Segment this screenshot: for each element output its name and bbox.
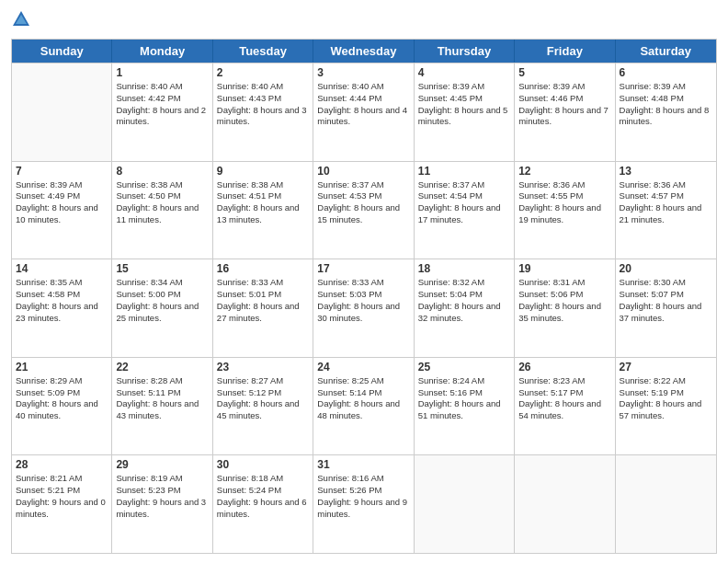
calendar-cell: 6Sunrise: 8:39 AMSunset: 4:48 PMDaylight… [616,63,716,161]
calendar-cell: 8Sunrise: 8:38 AMSunset: 4:50 PMDaylight… [112,162,212,259]
sunset-text: Sunset: 4:49 PM [16,190,108,202]
day-number: 11 [418,165,510,178]
daylight-text: Daylight: 8 hours and 15 minutes. [317,202,409,226]
daylight-text: Daylight: 9 hours and 6 minutes. [217,497,309,521]
sunrise-text: Sunrise: 8:33 AM [317,277,409,289]
sunset-text: Sunset: 5:24 PM [217,485,309,497]
logo-icon [11,9,31,33]
sunset-text: Sunset: 4:45 PM [418,93,510,105]
sunrise-text: Sunrise: 8:40 AM [116,81,208,93]
sunrise-text: Sunrise: 8:25 AM [317,375,409,387]
daylight-text: Daylight: 8 hours and 2 minutes. [116,105,208,129]
day-number: 20 [620,262,712,275]
sunset-text: Sunset: 5:21 PM [16,485,108,497]
day-number: 29 [116,458,208,471]
calendar-cell: 17Sunrise: 8:33 AMSunset: 5:03 PMDayligh… [313,259,414,357]
sunset-text: Sunset: 4:55 PM [518,190,610,202]
daylight-text: Daylight: 8 hours and 35 minutes. [518,301,610,325]
sunset-text: Sunset: 5:23 PM [116,485,208,497]
sunset-text: Sunset: 4:53 PM [317,190,409,202]
sunrise-text: Sunrise: 8:38 AM [116,179,208,191]
day-number: 2 [217,66,309,79]
calendar-cell: 2Sunrise: 8:40 AMSunset: 4:43 PMDaylight… [213,63,313,161]
calendar-cell: 10Sunrise: 8:37 AMSunset: 4:53 PMDayligh… [313,162,414,259]
sunrise-text: Sunrise: 8:39 AM [418,81,510,93]
daylight-text: Daylight: 8 hours and 10 minutes. [16,202,108,226]
calendar-cell: 12Sunrise: 8:36 AMSunset: 4:55 PMDayligh… [515,162,615,259]
sunrise-text: Sunrise: 8:36 AM [620,179,712,191]
calendar-body: 1Sunrise: 8:40 AMSunset: 4:42 PMDaylight… [12,63,716,553]
sunset-text: Sunset: 5:03 PM [317,289,409,301]
calendar-header-row: SundayMondayTuesdayWednesdayThursdayFrid… [12,40,716,63]
daylight-text: Daylight: 8 hours and 32 minutes. [418,301,510,325]
daylight-text: Daylight: 8 hours and 19 minutes. [518,202,610,226]
sunrise-text: Sunrise: 8:23 AM [518,375,610,387]
day-number: 19 [518,262,610,275]
calendar-week: 1Sunrise: 8:40 AMSunset: 4:42 PMDaylight… [12,63,716,161]
sunrise-text: Sunrise: 8:32 AM [418,277,510,289]
calendar-cell: 22Sunrise: 8:28 AMSunset: 5:11 PMDayligh… [112,358,212,455]
day-number: 10 [317,165,409,178]
daylight-text: Daylight: 8 hours and 43 minutes. [116,398,208,422]
day-number: 25 [418,361,510,373]
calendar-cell: 30Sunrise: 8:18 AMSunset: 5:24 PMDayligh… [213,455,313,553]
day-number: 16 [217,262,309,275]
calendar-cell: 28Sunrise: 8:21 AMSunset: 5:21 PMDayligh… [12,455,112,553]
sunset-text: Sunset: 4:43 PM [217,93,309,105]
day-number: 30 [217,458,309,471]
sunrise-text: Sunrise: 8:40 AM [217,81,309,93]
calendar-cell: 5Sunrise: 8:39 AMSunset: 4:46 PMDaylight… [515,63,615,161]
calendar-cell: 11Sunrise: 8:37 AMSunset: 4:54 PMDayligh… [415,162,515,259]
calendar-cell: 26Sunrise: 8:23 AMSunset: 5:17 PMDayligh… [515,358,615,455]
daylight-text: Daylight: 8 hours and 3 minutes. [217,105,309,129]
sunset-text: Sunset: 5:19 PM [620,387,712,399]
daylight-text: Daylight: 8 hours and 30 minutes. [317,301,409,325]
day-number: 21 [16,361,108,373]
daylight-text: Daylight: 8 hours and 27 minutes. [217,301,309,325]
daylight-text: Daylight: 8 hours and 4 minutes. [317,105,409,129]
day-number: 7 [16,165,108,178]
calendar-cell: 20Sunrise: 8:30 AMSunset: 5:07 PMDayligh… [616,259,716,357]
calendar-week: 21Sunrise: 8:29 AMSunset: 5:09 PMDayligh… [12,357,716,455]
calendar-cell: 19Sunrise: 8:31 AMSunset: 5:06 PMDayligh… [515,259,615,357]
calendar-cell [415,455,515,553]
day-number: 4 [418,66,510,79]
calendar-day-header: Tuesday [213,40,313,63]
sunrise-text: Sunrise: 8:21 AM [16,473,108,485]
day-number: 27 [620,361,712,373]
daylight-text: Daylight: 8 hours and 7 minutes. [518,105,610,129]
header [11,9,717,33]
daylight-text: Daylight: 8 hours and 8 minutes. [620,105,712,129]
day-number: 12 [518,165,610,178]
day-number: 26 [518,361,610,373]
daylight-text: Daylight: 8 hours and 40 minutes. [16,398,108,422]
daylight-text: Daylight: 8 hours and 17 minutes. [418,202,510,226]
calendar-day-header: Wednesday [313,40,414,63]
calendar-cell: 15Sunrise: 8:34 AMSunset: 5:00 PMDayligh… [112,259,212,357]
day-number: 6 [620,66,712,79]
calendar-cell: 1Sunrise: 8:40 AMSunset: 4:42 PMDaylight… [112,63,212,161]
calendar-day-header: Thursday [415,40,515,63]
daylight-text: Daylight: 8 hours and 37 minutes. [620,301,712,325]
daylight-text: Daylight: 8 hours and 11 minutes. [116,202,208,226]
day-number: 17 [317,262,409,275]
day-number: 14 [16,262,108,275]
sunrise-text: Sunrise: 8:19 AM [116,473,208,485]
sunrise-text: Sunrise: 8:30 AM [620,277,712,289]
sunrise-text: Sunrise: 8:18 AM [217,473,309,485]
calendar-day-header: Saturday [616,40,716,63]
sunrise-text: Sunrise: 8:16 AM [317,473,409,485]
calendar-cell: 23Sunrise: 8:27 AMSunset: 5:12 PMDayligh… [213,358,313,455]
calendar-week: 28Sunrise: 8:21 AMSunset: 5:21 PMDayligh… [12,454,716,553]
calendar-week: 7Sunrise: 8:39 AMSunset: 4:49 PMDaylight… [12,161,716,259]
day-number: 13 [620,165,712,178]
sunrise-text: Sunrise: 8:31 AM [518,277,610,289]
sunrise-text: Sunrise: 8:27 AM [217,375,309,387]
calendar-cell: 14Sunrise: 8:35 AMSunset: 4:58 PMDayligh… [12,259,112,357]
calendar-cell: 18Sunrise: 8:32 AMSunset: 5:04 PMDayligh… [415,259,515,357]
calendar: SundayMondayTuesdayWednesdayThursdayFrid… [11,39,717,554]
daylight-text: Daylight: 9 hours and 3 minutes. [116,497,208,521]
sunset-text: Sunset: 5:09 PM [16,387,108,399]
calendar-day-header: Sunday [12,40,112,63]
daylight-text: Daylight: 9 hours and 0 minutes. [16,497,108,521]
